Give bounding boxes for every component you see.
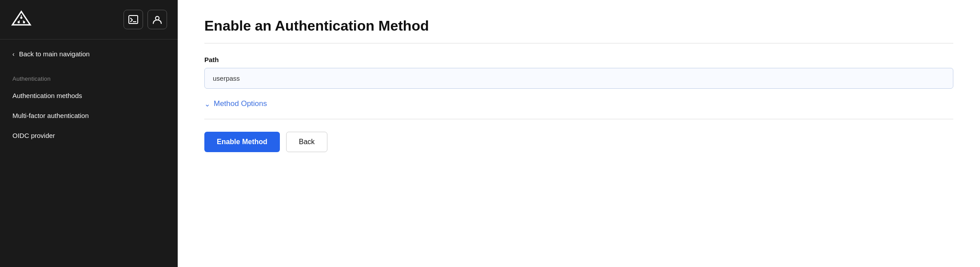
chevron-left-icon: ‹ [12,51,15,58]
method-options-label: Method Options [214,99,267,108]
options-divider [204,119,953,119]
enable-method-button[interactable]: Enable Method [204,132,280,152]
user-button[interactable] [147,10,167,29]
svg-rect-7 [129,16,138,24]
sidebar-header [0,0,178,39]
path-label: Path [204,56,953,63]
page-title: Enable an Authentication Method [204,18,953,34]
method-options-toggle[interactable]: ⌄ Method Options [204,99,267,108]
sidebar-item-oidc[interactable]: OIDC provider [0,126,178,145]
sidebar-section-label: Authentication [0,68,178,86]
sidebar-item-mfa[interactable]: Multi-factor authentication [0,106,178,126]
action-buttons: Enable Method Back [204,132,953,152]
svg-point-9 [155,16,159,20]
title-divider [204,43,953,43]
terminal-icon [128,15,138,24]
main-content: Enable an Authentication Method Path ⌄ M… [178,0,980,267]
back-nav-label: Back to main navigation [19,50,90,58]
vault-logo-icon [11,9,32,30]
logo [11,9,32,30]
sidebar-item-label: OIDC provider [12,132,55,139]
user-icon [152,15,162,24]
chevron-down-icon: ⌄ [204,100,210,108]
sidebar-item-label: Authentication methods [12,92,82,99]
sidebar: ‹ Back to main navigation Authentication… [0,0,178,267]
terminal-button[interactable] [123,10,143,29]
path-input[interactable] [204,68,953,89]
sidebar-item-label: Multi-factor authentication [12,112,89,119]
back-to-main-nav[interactable]: ‹ Back to main navigation [0,39,178,68]
sidebar-item-auth-methods[interactable]: Authentication methods [0,86,178,106]
header-icons [123,10,167,29]
back-button[interactable]: Back [286,132,328,152]
